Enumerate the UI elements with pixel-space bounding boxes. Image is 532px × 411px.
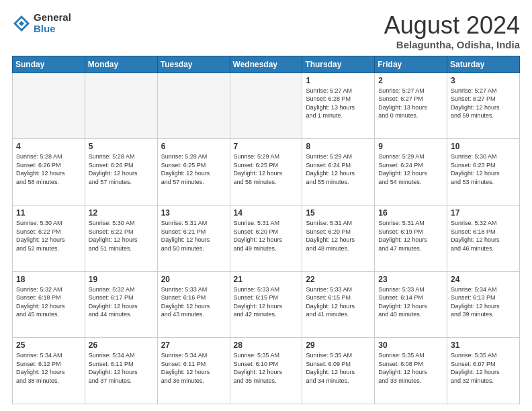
- calendar-cell: 20Sunrise: 5:33 AM Sunset: 6:16 PM Dayli…: [157, 271, 230, 338]
- day-info: Sunrise: 5:35 AM Sunset: 6:08 PM Dayligh…: [378, 351, 443, 385]
- day-info: Sunrise: 5:34 AM Sunset: 6:12 PM Dayligh…: [16, 351, 81, 385]
- day-info: Sunrise: 5:33 AM Sunset: 6:15 PM Dayligh…: [234, 285, 299, 319]
- calendar-cell: 7Sunrise: 5:29 AM Sunset: 6:25 PM Daylig…: [230, 139, 302, 205]
- calendar-cell: 11Sunrise: 5:30 AM Sunset: 6:22 PM Dayli…: [13, 205, 85, 271]
- day-info: Sunrise: 5:30 AM Sunset: 6:22 PM Dayligh…: [89, 219, 154, 253]
- calendar-cell: 15Sunrise: 5:31 AM Sunset: 6:20 PM Dayli…: [302, 205, 375, 271]
- day-number: 18: [16, 275, 81, 284]
- calendar-cell: 2Sunrise: 5:27 AM Sunset: 6:27 PM Daylig…: [375, 73, 447, 139]
- day-info: Sunrise: 5:33 AM Sunset: 6:16 PM Dayligh…: [161, 285, 226, 319]
- weekday-header-friday: Friday: [375, 56, 447, 73]
- logo-icon: [12, 14, 31, 33]
- weekday-header-saturday: Saturday: [447, 56, 520, 73]
- day-info: Sunrise: 5:33 AM Sunset: 6:15 PM Dayligh…: [306, 285, 371, 319]
- day-number: 1: [306, 76, 371, 85]
- day-number: 17: [451, 208, 516, 218]
- weekday-header-monday: Monday: [85, 56, 157, 73]
- day-info: Sunrise: 5:35 AM Sunset: 6:07 PM Dayligh…: [451, 351, 516, 385]
- calendar-cell: 16Sunrise: 5:31 AM Sunset: 6:19 PM Dayli…: [375, 205, 447, 271]
- week-row-1: 4Sunrise: 5:28 AM Sunset: 6:26 PM Daylig…: [13, 139, 520, 205]
- calendar-cell: 4Sunrise: 5:28 AM Sunset: 6:26 PM Daylig…: [13, 139, 85, 205]
- calendar-cell: 6Sunrise: 5:28 AM Sunset: 6:25 PM Daylig…: [157, 139, 230, 205]
- day-number: 20: [161, 275, 226, 284]
- calendar-cell: 21Sunrise: 5:33 AM Sunset: 6:15 PM Dayli…: [230, 271, 302, 338]
- day-info: Sunrise: 5:29 AM Sunset: 6:25 PM Dayligh…: [234, 152, 299, 186]
- title-block: August 2024 Belaguntha, Odisha, India: [384, 12, 520, 50]
- day-number: 14: [234, 208, 299, 218]
- calendar-cell: 13Sunrise: 5:31 AM Sunset: 6:21 PM Dayli…: [157, 205, 230, 271]
- calendar-cell: 24Sunrise: 5:34 AM Sunset: 6:13 PM Dayli…: [447, 271, 520, 338]
- day-number: 26: [89, 340, 154, 350]
- day-number: 31: [451, 340, 516, 350]
- day-number: 7: [234, 142, 299, 151]
- day-number: 4: [16, 142, 81, 151]
- day-number: 21: [234, 275, 299, 284]
- calendar-cell: [157, 73, 230, 139]
- calendar-cell: 1Sunrise: 5:27 AM Sunset: 6:28 PM Daylig…: [302, 73, 375, 139]
- week-row-4: 25Sunrise: 5:34 AM Sunset: 6:12 PM Dayli…: [13, 338, 520, 404]
- day-info: Sunrise: 5:31 AM Sunset: 6:20 PM Dayligh…: [306, 219, 371, 253]
- calendar-cell: [13, 73, 85, 139]
- calendar-body: 1Sunrise: 5:27 AM Sunset: 6:28 PM Daylig…: [13, 73, 520, 404]
- day-info: Sunrise: 5:34 AM Sunset: 6:13 PM Dayligh…: [451, 285, 516, 319]
- day-number: 25: [16, 340, 81, 350]
- calendar-cell: 27Sunrise: 5:34 AM Sunset: 6:11 PM Dayli…: [157, 338, 230, 404]
- day-info: Sunrise: 5:27 AM Sunset: 6:27 PM Dayligh…: [378, 87, 443, 120]
- location: Belaguntha, Odisha, India: [384, 39, 520, 50]
- calendar-cell: 18Sunrise: 5:32 AM Sunset: 6:18 PM Dayli…: [13, 271, 85, 338]
- calendar-cell: [230, 73, 302, 139]
- day-number: 10: [451, 142, 516, 151]
- calendar-cell: 23Sunrise: 5:33 AM Sunset: 6:14 PM Dayli…: [375, 271, 447, 338]
- calendar-cell: 30Sunrise: 5:35 AM Sunset: 6:08 PM Dayli…: [375, 338, 447, 404]
- month-title: August 2024: [384, 12, 520, 39]
- day-number: 19: [89, 275, 154, 284]
- calendar-cell: 17Sunrise: 5:32 AM Sunset: 6:18 PM Dayli…: [447, 205, 520, 271]
- day-number: 28: [234, 340, 299, 350]
- day-info: Sunrise: 5:34 AM Sunset: 6:11 PM Dayligh…: [161, 351, 226, 385]
- calendar-cell: 3Sunrise: 5:27 AM Sunset: 6:27 PM Daylig…: [447, 73, 520, 139]
- calendar-cell: 28Sunrise: 5:35 AM Sunset: 6:10 PM Dayli…: [230, 338, 302, 404]
- day-info: Sunrise: 5:32 AM Sunset: 6:18 PM Dayligh…: [16, 285, 81, 319]
- calendar-header: SundayMondayTuesdayWednesdayThursdayFrid…: [13, 56, 520, 73]
- calendar-cell: 10Sunrise: 5:30 AM Sunset: 6:23 PM Dayli…: [447, 139, 520, 205]
- day-info: Sunrise: 5:27 AM Sunset: 6:28 PM Dayligh…: [306, 87, 371, 120]
- day-info: Sunrise: 5:30 AM Sunset: 6:23 PM Dayligh…: [451, 152, 516, 186]
- day-number: 15: [306, 208, 371, 218]
- weekday-row: SundayMondayTuesdayWednesdayThursdayFrid…: [13, 56, 520, 73]
- day-info: Sunrise: 5:35 AM Sunset: 6:09 PM Dayligh…: [306, 351, 371, 385]
- day-number: 6: [161, 142, 226, 151]
- day-number: 2: [378, 76, 443, 85]
- day-info: Sunrise: 5:28 AM Sunset: 6:26 PM Dayligh…: [16, 152, 81, 186]
- day-info: Sunrise: 5:31 AM Sunset: 6:19 PM Dayligh…: [378, 219, 443, 253]
- weekday-header-thursday: Thursday: [302, 56, 375, 73]
- day-number: 23: [378, 275, 443, 284]
- week-row-0: 1Sunrise: 5:27 AM Sunset: 6:28 PM Daylig…: [13, 73, 520, 139]
- day-number: 27: [161, 340, 226, 350]
- day-number: 16: [378, 208, 443, 218]
- day-info: Sunrise: 5:27 AM Sunset: 6:27 PM Dayligh…: [451, 87, 516, 120]
- page: General Blue August 2024 Belaguntha, Odi…: [0, 0, 532, 411]
- week-row-2: 11Sunrise: 5:30 AM Sunset: 6:22 PM Dayli…: [13, 205, 520, 271]
- calendar-cell: 5Sunrise: 5:28 AM Sunset: 6:26 PM Daylig…: [85, 139, 157, 205]
- calendar-cell: 14Sunrise: 5:31 AM Sunset: 6:20 PM Dayli…: [230, 205, 302, 271]
- day-number: 13: [161, 208, 226, 218]
- day-info: Sunrise: 5:29 AM Sunset: 6:24 PM Dayligh…: [306, 152, 371, 186]
- day-info: Sunrise: 5:28 AM Sunset: 6:25 PM Dayligh…: [161, 152, 226, 186]
- logo-blue-text: Blue: [34, 24, 71, 35]
- day-info: Sunrise: 5:33 AM Sunset: 6:14 PM Dayligh…: [378, 285, 443, 319]
- day-info: Sunrise: 5:29 AM Sunset: 6:24 PM Dayligh…: [378, 152, 443, 186]
- day-number: 12: [89, 208, 154, 218]
- day-info: Sunrise: 5:31 AM Sunset: 6:20 PM Dayligh…: [234, 219, 299, 253]
- day-number: 29: [306, 340, 371, 350]
- day-number: 24: [451, 275, 516, 284]
- logo: General Blue: [12, 12, 71, 34]
- calendar-cell: 22Sunrise: 5:33 AM Sunset: 6:15 PM Dayli…: [302, 271, 375, 338]
- day-number: 9: [378, 142, 443, 151]
- calendar-cell: 8Sunrise: 5:29 AM Sunset: 6:24 PM Daylig…: [302, 139, 375, 205]
- day-info: Sunrise: 5:35 AM Sunset: 6:10 PM Dayligh…: [234, 351, 299, 385]
- day-number: 5: [89, 142, 154, 151]
- calendar-cell: 29Sunrise: 5:35 AM Sunset: 6:09 PM Dayli…: [302, 338, 375, 404]
- weekday-header-sunday: Sunday: [13, 56, 85, 73]
- calendar-cell: 31Sunrise: 5:35 AM Sunset: 6:07 PM Dayli…: [447, 338, 520, 404]
- day-info: Sunrise: 5:30 AM Sunset: 6:22 PM Dayligh…: [16, 219, 81, 253]
